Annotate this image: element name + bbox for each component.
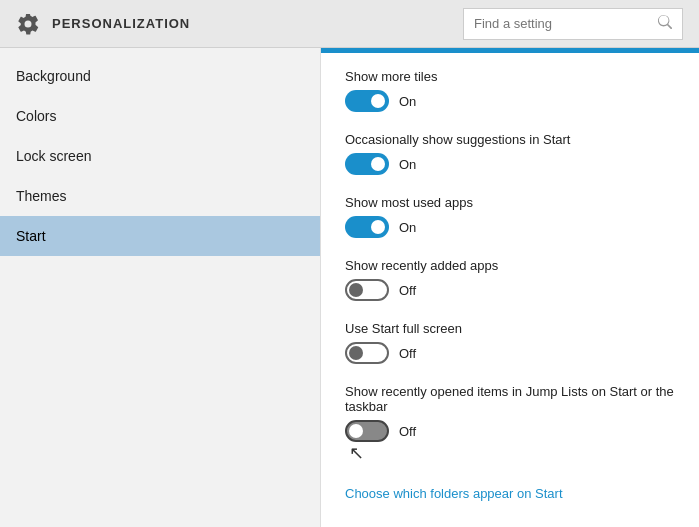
setting-show-suggestions: Occasionally show suggestions in Start O…: [345, 132, 675, 175]
setting-label-2: Show most used apps: [345, 195, 675, 210]
sidebar-item-lockscreen[interactable]: Lock screen: [0, 136, 320, 176]
top-accent-bar: [321, 48, 699, 53]
setting-label-1: Occasionally show suggestions in Start: [345, 132, 675, 147]
setting-label-4: Use Start full screen: [345, 321, 675, 336]
setting-label-3: Show recently added apps: [345, 258, 675, 273]
setting-show-more-tiles: Show more tiles On: [345, 69, 675, 112]
header: PERSONALIZATION: [0, 0, 699, 48]
setting-show-most-used: Show most used apps On: [345, 195, 675, 238]
sidebar-item-themes[interactable]: Themes: [0, 176, 320, 216]
toggle-status-0: On: [399, 94, 416, 109]
main-layout: Background Colors Lock screen Themes Sta…: [0, 48, 699, 527]
gear-icon: [16, 12, 40, 36]
search-input[interactable]: [474, 16, 654, 31]
toggle-use-start-fullscreen[interactable]: [345, 342, 389, 364]
toggle-thumb-5: [349, 424, 363, 438]
setting-use-start-fullscreen: Use Start full screen Off: [345, 321, 675, 364]
page-title: PERSONALIZATION: [52, 16, 463, 31]
toggle-show-most-used[interactable]: [345, 216, 389, 238]
toggle-status-1: On: [399, 157, 416, 172]
search-box[interactable]: [463, 8, 683, 40]
sidebar-item-background[interactable]: Background: [0, 56, 320, 96]
toggle-status-2: On: [399, 220, 416, 235]
toggle-status-3: Off: [399, 283, 416, 298]
setting-show-recently-added: Show recently added apps Off: [345, 258, 675, 301]
toggle-show-jump-lists[interactable]: [345, 420, 389, 442]
search-icon: [658, 15, 672, 32]
sidebar: Background Colors Lock screen Themes Sta…: [0, 48, 320, 527]
cursor-indicator: ↖: [349, 444, 675, 462]
toggle-thumb-2: [371, 220, 385, 234]
toggle-show-more-tiles[interactable]: [345, 90, 389, 112]
setting-label-5: Show recently opened items in Jump Lists…: [345, 384, 675, 414]
toggle-status-4: Off: [399, 346, 416, 361]
toggle-show-recently-added[interactable]: [345, 279, 389, 301]
sidebar-item-start[interactable]: Start: [0, 216, 320, 256]
toggle-thumb-4: [349, 346, 363, 360]
toggle-thumb-0: [371, 94, 385, 108]
setting-show-jump-lists: Show recently opened items in Jump Lists…: [345, 384, 675, 462]
toggle-show-suggestions[interactable]: [345, 153, 389, 175]
toggle-thumb-3: [349, 283, 363, 297]
toggle-status-5: Off: [399, 424, 416, 439]
toggle-thumb-1: [371, 157, 385, 171]
sidebar-item-colors[interactable]: Colors: [0, 96, 320, 136]
setting-label-0: Show more tiles: [345, 69, 675, 84]
content-panel: Show more tiles On Occasionally show sug…: [320, 48, 699, 527]
choose-folders-link[interactable]: Choose which folders appear on Start: [345, 486, 563, 501]
